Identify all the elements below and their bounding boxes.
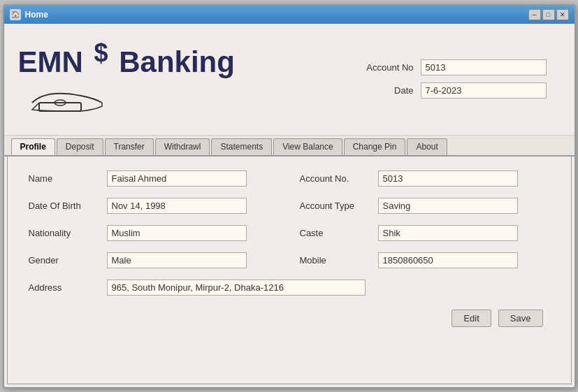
logo-emn: EMN	[18, 45, 83, 78]
account-no-profile-row: Account No.	[300, 170, 550, 187]
account-no-label: Account No	[351, 62, 414, 73]
profile-content: Name Account No. Date Of Birth Account T…	[7, 157, 572, 384]
name-field[interactable]	[107, 170, 247, 187]
dob-row: Date Of Birth	[29, 198, 279, 214]
title-bar-left: 🏠 Home	[10, 9, 48, 20]
tab-view-balance[interactable]: View Balance	[273, 138, 342, 155]
mobile-label: Mobile	[300, 255, 370, 266]
name-label: Name	[29, 173, 99, 184]
address-field[interactable]	[107, 280, 366, 296]
hand-icon	[18, 82, 130, 117]
account-info: Account No Date	[351, 59, 561, 99]
header-section: EMN $ Banking Account No Date	[4, 24, 575, 136]
mobile-field[interactable]	[378, 252, 518, 268]
title-bar: 🏠 Home ─ □ ✕	[4, 6, 575, 24]
caste-label: Caste	[300, 228, 370, 238]
nationality-label: Nationality	[29, 228, 99, 238]
main-window: 🏠 Home ─ □ ✕ EMN $ Banking	[3, 4, 576, 389]
account-no-profile-field[interactable]	[378, 170, 518, 187]
gender-row: Gender	[29, 252, 279, 268]
gender-field[interactable]	[107, 252, 247, 268]
minimize-button[interactable]: ─	[528, 9, 541, 20]
tab-deposit[interactable]: Deposit	[57, 138, 103, 155]
gender-label: Gender	[29, 255, 99, 266]
edit-button[interactable]: Edit	[451, 310, 491, 327]
caste-row: Caste	[300, 225, 550, 241]
account-no-profile-label: Account No.	[300, 173, 370, 184]
window-icon: 🏠	[10, 9, 21, 20]
tab-change-pin[interactable]: Change Pin	[344, 138, 406, 155]
title-buttons: ─ □ ✕	[528, 9, 569, 20]
tab-statements[interactable]: Statements	[211, 138, 272, 155]
name-row: Name	[29, 170, 279, 187]
nationality-row: Nationality	[29, 225, 279, 241]
profile-form-grid: Name Account No. Date Of Birth Account T…	[29, 170, 550, 268]
tab-withdrawl[interactable]: Withdrawl	[155, 138, 210, 155]
caste-field[interactable]	[378, 225, 518, 241]
logo-area: EMN $ Banking	[18, 39, 351, 118]
logo-title: EMN $ Banking	[18, 39, 235, 78]
tab-profile[interactable]: Profile	[11, 138, 55, 155]
close-button[interactable]: ✕	[556, 9, 569, 20]
account-type-row: Account Type	[300, 198, 550, 214]
logo-banking: Banking	[119, 45, 235, 78]
tab-about[interactable]: About	[407, 138, 447, 155]
account-no-row: Account No	[351, 59, 561, 75]
save-button[interactable]: Save	[498, 310, 543, 327]
account-no-field[interactable]	[421, 59, 547, 75]
dob-label: Date Of Birth	[29, 201, 99, 211]
maximize-button[interactable]: □	[542, 9, 555, 20]
mobile-row: Mobile	[300, 252, 550, 268]
action-buttons: Edit Save	[29, 310, 550, 327]
logo-hand	[18, 82, 130, 119]
tab-transfer[interactable]: Transfer	[105, 138, 154, 155]
date-label: Date	[351, 85, 414, 96]
date-field[interactable]	[421, 82, 547, 99]
nationality-field[interactable]	[107, 225, 247, 241]
window-title: Home	[25, 10, 48, 20]
svg-rect-0	[39, 103, 81, 111]
account-type-label: Account Type	[300, 201, 370, 211]
address-label: Address	[29, 282, 99, 293]
tabs-section: Profile Deposit Transfer Withdrawl State…	[4, 136, 575, 157]
logo-dollar-icon: $	[94, 38, 108, 67]
dob-field[interactable]	[107, 198, 247, 214]
date-row: Date	[351, 82, 561, 99]
address-row: Address	[29, 280, 550, 296]
account-type-field[interactable]	[378, 198, 518, 214]
